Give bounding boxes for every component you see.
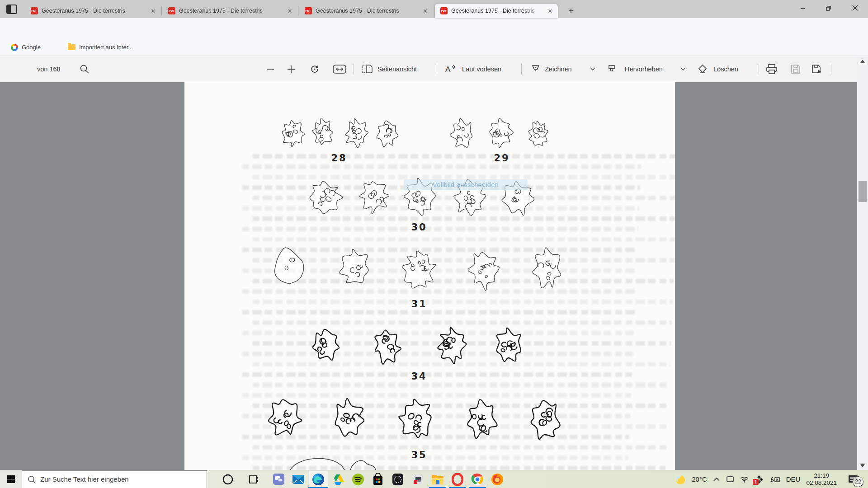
windows-logo-icon [7, 475, 15, 483]
app-file-explorer[interactable] [428, 470, 448, 488]
screen-clip-tooltip: Vollbild ausschneiden [404, 179, 528, 190]
highlight-chevron-icon[interactable] [680, 56, 686, 82]
figure-label-34: 34 [411, 371, 427, 382]
highlight-icon[interactable] [607, 56, 617, 82]
folder-icon [68, 44, 75, 50]
spore-illustrations [184, 82, 675, 470]
system-tray: 20°C 1 DEU 21:19 02.08.2021 22 [674, 470, 868, 488]
app-chrome[interactable] [467, 470, 487, 488]
app-launcher[interactable] [388, 470, 408, 488]
notification-center-button[interactable]: 22 [843, 470, 863, 488]
tab-title: Geesteranus 1975 - Die terrestris [179, 8, 284, 14]
cortana-button[interactable] [218, 470, 238, 488]
erase-label[interactable]: Löschen [713, 56, 738, 82]
pdf-file-icon: PDF [305, 7, 312, 14]
save-icon[interactable] [790, 56, 801, 82]
tab-1[interactable]: PDF Geesteranus 1975 - Die terrestris ✕ [25, 4, 161, 18]
start-button[interactable] [0, 470, 22, 488]
svg-text:A: A [445, 65, 451, 74]
pdf-file-icon: PDF [440, 7, 448, 14]
tab-bar: PDF Geesteranus 1975 - Die terrestris ✕ … [0, 0, 868, 18]
pen-input-icon[interactable] [769, 476, 780, 483]
zoom-in-icon[interactable] [287, 56, 296, 82]
draw-icon[interactable] [531, 56, 541, 82]
pdf-viewport: Vollbild ausschneiden 282930313435 [0, 82, 857, 470]
task-view-button[interactable] [244, 470, 264, 488]
app-mail[interactable] [288, 470, 308, 488]
app-firefox[interactable] [487, 470, 507, 488]
search-placeholder: Zur Suche Text hier eingeben [40, 475, 129, 483]
close-tab-icon[interactable]: ✕ [286, 8, 294, 14]
notification-count-badge: 22 [853, 476, 863, 487]
tab-title: Geesteranus 1975 - Die terrestris [316, 8, 420, 14]
figure-label-30: 30 [411, 222, 427, 233]
clock[interactable]: 21:19 02.08.2021 [806, 472, 837, 487]
close-tab-icon[interactable]: ✕ [546, 8, 554, 14]
navigation-bar: Datei C:/Users/Bieni/Downloads/Geesteran… [0, 18, 868, 39]
figure-label-35: 35 [411, 450, 427, 460]
vertical-scrollbar[interactable] [857, 56, 868, 470]
fit-to-width-icon[interactable] [333, 56, 346, 82]
taskbar-search-input[interactable]: Zur Suche Text hier eingeben [22, 470, 207, 488]
highlight-label[interactable]: Hervorheben [625, 56, 663, 82]
update-tray-icon[interactable]: 1 [755, 475, 764, 484]
figure-label-29: 29 [494, 153, 509, 164]
page-view-icon[interactable] [362, 56, 373, 82]
app-microsoft-store[interactable] [368, 470, 388, 488]
tab-4-active[interactable]: PDF Geesteranus 1975 - Die terrestris ✕ [435, 4, 558, 18]
draw-label[interactable]: Zeichnen [545, 56, 572, 82]
tray-device-icon[interactable] [726, 476, 734, 483]
app-opera[interactable] [448, 470, 467, 488]
bookmark-label: Google [22, 44, 41, 51]
wifi-icon[interactable] [740, 476, 749, 483]
search-document-icon[interactable] [80, 56, 90, 82]
app-spotify[interactable] [348, 470, 368, 488]
tab-title: Geesteranus 1975 - Die terrestris [42, 8, 147, 14]
tray-chevron-up-icon[interactable] [713, 477, 720, 482]
update-badge: 1 [753, 479, 759, 485]
app-edge-active[interactable] [308, 470, 328, 488]
erase-icon[interactable] [697, 56, 708, 82]
scrollbar-thumb[interactable] [859, 181, 867, 202]
tab-2[interactable]: PDF Geesteranus 1975 - Die terrestris ✕ [163, 4, 297, 18]
keyboard-language[interactable]: DEU [786, 475, 801, 483]
pdf-toolbar: von 168 Seitenansicht A Laut vorlesen Ze… [0, 56, 868, 82]
read-aloud-label[interactable]: Laut vorlesen [462, 56, 501, 82]
pdf-file-icon: PDF [31, 7, 38, 14]
figure-label-31: 31 [411, 299, 427, 310]
zoom-out-icon[interactable] [266, 56, 275, 82]
close-window-button[interactable] [844, 0, 865, 15]
scroll-down-icon[interactable] [860, 464, 865, 467]
scroll-up-icon[interactable] [860, 60, 865, 63]
tab-separator [161, 6, 162, 15]
tab-3[interactable]: PDF Geesteranus 1975 - Die terrestris ✕ [299, 4, 433, 18]
google-favicon [11, 44, 18, 51]
app-photos[interactable] [408, 470, 428, 488]
save-as-icon[interactable] [811, 56, 823, 82]
draw-chevron-icon[interactable] [590, 56, 596, 82]
print-icon[interactable] [766, 56, 778, 82]
page-view-label[interactable]: Seitenansicht [377, 56, 417, 82]
bookmark-google[interactable]: Google [11, 44, 41, 51]
app-chat[interactable] [269, 470, 288, 488]
bookmark-label: Importiert aus Inter... [79, 44, 133, 51]
figure-label-28: 28 [331, 153, 347, 164]
browser-window: PDF Geesteranus 1975 - Die terrestris ✕ … [0, 0, 868, 488]
bookmark-imported-folder[interactable]: Importiert aus Inter... [68, 44, 133, 51]
tray-time: 21:19 [806, 472, 837, 479]
new-tab-button[interactable]: + [565, 5, 577, 17]
tray-temperature[interactable]: 20°C [692, 475, 707, 483]
close-tab-icon[interactable]: ✕ [149, 8, 157, 14]
read-aloud-icon[interactable]: A [445, 56, 457, 82]
taskbar: Zur Suche Text hier eingeben 20°C 1 DEU … [0, 470, 868, 488]
restore-button[interactable] [818, 0, 839, 15]
search-icon [28, 475, 36, 483]
tab-overview-icon[interactable] [6, 5, 17, 14]
weather-moon-icon[interactable] [674, 474, 686, 485]
app-google-drive[interactable] [328, 470, 348, 488]
rotate-icon[interactable] [309, 56, 320, 82]
close-tab-icon[interactable]: ✕ [421, 8, 429, 14]
pdf-file-icon: PDF [168, 7, 175, 14]
pdf-page: Vollbild ausschneiden 282930313435 [184, 82, 675, 470]
minimize-button[interactable] [793, 0, 813, 15]
